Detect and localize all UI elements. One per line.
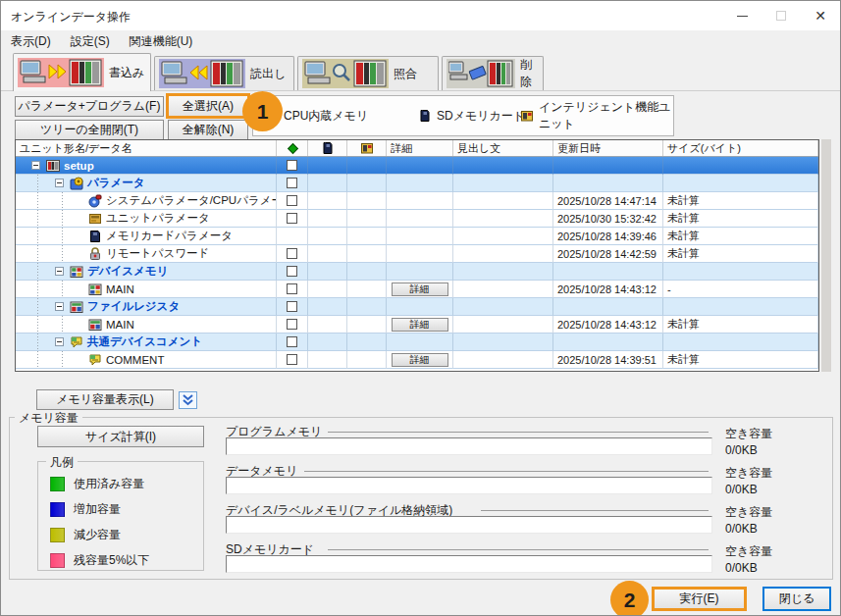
table-row-ユニットパラメータ[interactable]: ユニットパラメータ2025/10/30 15:32:42未計算 [16,210,818,228]
deselect-all-button[interactable]: 全解除(N) [168,120,248,140]
detail-button[interactable]: 詳細 [392,353,448,367]
row-checkbox-cell [277,334,308,351]
row-checkbox[interactable] [287,301,297,312]
row-checkbox[interactable] [287,178,297,188]
row-detail-cell [387,192,453,210]
device-memory-icon [70,265,83,279]
row-detail-cell [387,263,453,281]
plc-icon [46,159,60,173]
row-sd-cell [308,228,347,245]
tree-collapse-toggle[interactable] [31,161,40,170]
detail-button[interactable]: 詳細 [392,282,448,296]
file-register-icon [70,300,83,314]
row-label: ユニットパラメータ [106,211,210,226]
row-checkbox-cell [277,175,308,192]
row-checkbox[interactable] [287,354,297,365]
row-checkbox[interactable] [287,336,297,347]
legend-item-label: 残容量5%以下 [74,552,149,569]
table-row-ファイルレジスタ[interactable]: ファイルレジスタ [16,298,818,316]
row-name-cell: COMMENT [16,351,277,369]
table-row-MAIN[interactable]: MAIN詳細2025/10/28 14:43:12未計算 [16,316,818,334]
expand-chevron-button[interactable] [179,391,197,409]
table-row-MAIN[interactable]: MAIN詳細2025/10/28 14:43:12- [16,281,818,298]
menu-view[interactable]: 表示(D) [1,31,61,52]
row-title-cell [453,228,553,245]
row-size-cell: 未計算 [663,351,818,369]
row-checkbox-cell [277,316,308,334]
row-checkbox[interactable] [287,266,297,277]
row-sd-cell [308,210,347,228]
table-row-リモートパスワード[interactable]: リモートパスワード2025/10/28 14:42:59未計算 [16,245,818,263]
data-tree-table: ユニット形名/データ名 詳細 見出し文 更新日時 サイズ(バイト) setupパ… [15,139,819,372]
tree-collapse-toggle[interactable] [55,302,64,311]
row-checkbox[interactable] [287,160,297,171]
tab-verify-label: 照合 [394,66,417,82]
row-intelligent-cell [347,351,387,369]
row-sd-cell [308,298,347,316]
close-dialog-button[interactable]: 閉じる [762,587,831,611]
row-name-cell: システムパラメータ/CPUパラメータ [16,192,277,210]
memory-capacity-display-button[interactable]: メモリ容量表示(L) [36,389,174,410]
table-row-メモリカードパラメータ[interactable]: メモリカードパラメータ2025/10/28 14:39:46未計算 [16,228,818,245]
row-title-cell [453,245,553,263]
tab-verify[interactable]: 照合 [297,56,439,90]
row-checkbox[interactable] [287,213,297,224]
tree-collapse-toggle[interactable] [55,337,64,346]
maximize-button[interactable] [762,1,801,30]
row-updated-cell: 2025/10/28 14:47:14 [553,192,663,210]
table-row-デバイスメモリ[interactable]: デバイスメモリ [16,263,818,281]
tab-read[interactable]: 読出し [154,56,294,90]
row-checkbox[interactable] [287,195,297,206]
legend-item: 減少容量 [50,527,121,543]
size-calc-button[interactable]: サイズ計算(I) [37,426,204,447]
tree-collapse-toggle[interactable] [55,267,64,276]
row-checkbox[interactable] [287,248,297,259]
tab-write[interactable]: 書込み [13,53,151,91]
select-all-button[interactable]: 全選択(A) [166,93,250,119]
free-capacity-value: 0/0KB [725,561,758,575]
parameter-program-button[interactable]: パラメータ+プログラム(F) [15,96,164,117]
row-title-cell [453,281,553,298]
detail-button[interactable]: 詳細 [392,318,448,332]
free-capacity-label: 空き容量 [725,504,772,521]
execute-button[interactable]: 実行(E) [652,587,747,611]
memory-usage-bar [226,555,712,573]
intelligent-unit-icon [360,141,374,155]
row-intelligent-cell [347,281,387,298]
tree-expand-collapse-button[interactable]: ツリーの全開閉(T) [15,120,164,140]
unit-parameter-icon [88,212,102,226]
row-title-cell [453,334,553,351]
legend-group: 凡例 使用済み容量増加容量減少容量残容量5%以下 [37,461,204,571]
row-detail-cell: 詳細 [387,281,453,298]
table-row-COMMENT[interactable]: COMMENT詳細2025/10/28 14:39:51未計算 [16,351,818,369]
row-label: 共通デバイスコメント [87,334,202,349]
table-row-パラメータ[interactable]: パラメータ [16,175,818,192]
column-header-sd-card-icon [308,140,347,156]
row-title-cell [453,316,553,334]
memory-card-icon [88,230,102,243]
table-scrollbar-track[interactable] [821,139,831,372]
table-body: setupパラメータシステムパラメータ/CPUパラメータ2025/10/28 1… [16,157,818,369]
tree-collapse-toggle[interactable] [55,179,64,187]
row-label: COMMENT [106,354,164,366]
tab-delete[interactable]: 削除 [442,56,544,90]
row-size-cell [663,175,818,192]
menu-settings[interactable]: 設定(S) [61,31,120,52]
row-intelligent-cell [347,228,387,245]
table-row-共通デバイスコメント[interactable]: 共通デバイスコメント [16,334,818,351]
row-checkbox[interactable] [287,283,297,294]
bar-leader-line [328,549,709,550]
free-capacity-label: 空き容量 [725,465,772,482]
window-title: オンラインデータ操作 [11,9,131,26]
menu-bar: 表示(D) 設定(S) 関連機能(U) [1,30,840,52]
row-updated-cell: 2025/10/28 14:42:59 [553,245,663,263]
legend-color-chip [50,553,65,568]
menu-related-functions[interactable]: 関連機能(U) [120,31,203,52]
row-checkbox[interactable] [287,319,297,330]
table-row-システムパラメータ/CPUパラメータ[interactable]: システムパラメータ/CPUパラメータ2025/10/28 14:47:14未計算 [16,192,818,210]
close-button[interactable]: ✕ [801,1,840,30]
table-row-setup[interactable]: setup [16,157,818,175]
row-updated-cell: 2025/10/28 14:43:12 [553,281,663,298]
row-size-cell: 未計算 [663,245,818,263]
minimize-button[interactable] [722,1,762,30]
